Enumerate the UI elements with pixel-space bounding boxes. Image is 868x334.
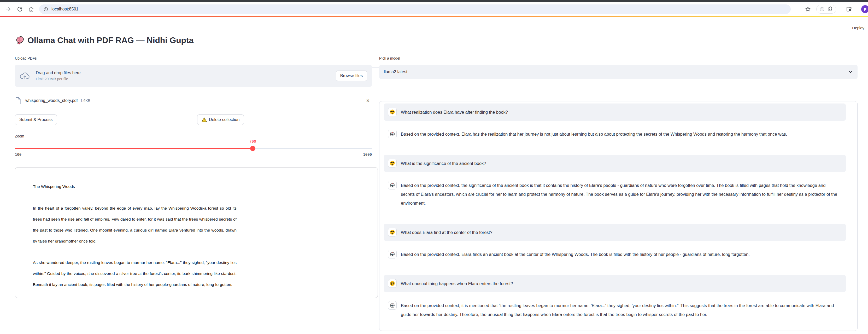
remove-file-button[interactable]: ✕ — [366, 98, 370, 104]
robot-icon — [390, 131, 395, 137]
browser-profile-avatar[interactable]: P — [861, 5, 868, 13]
chat-message-user: What realization does Elara have after f… — [384, 104, 846, 121]
slider-fill — [15, 148, 253, 149]
cloud-upload-icon — [20, 71, 30, 80]
chat-message-text: Based on the provided context, Elara fin… — [401, 250, 750, 259]
chat-avatar — [388, 279, 397, 288]
chat-avatar — [388, 301, 397, 310]
model-select[interactable]: llama2:latest — [379, 65, 858, 79]
toolbar-separator — [841, 6, 841, 12]
chat-message-user: What does Elara find at the center of th… — [384, 224, 846, 241]
streamlit-app: Deploy Ollama Chat with PDF RAG — Nidhi … — [0, 17, 868, 334]
side-panel-search-icon[interactable] — [846, 6, 852, 12]
pdf-paragraph: In the heart of a forgotten valley, beyo… — [33, 203, 237, 247]
window-top-edge — [0, 0, 868, 2]
chat-avatar — [388, 108, 397, 116]
file-icon — [15, 97, 21, 105]
sunglasses-face-icon — [390, 161, 395, 166]
pdf-paragraph: As she wandered deeper, the rustling lea… — [33, 257, 237, 290]
upload-pdfs-label: Upload PDFs — [15, 56, 372, 60]
address-bar[interactable]: localhost:8501 — [39, 4, 791, 14]
browser-toolbar: localhost:8501 P — [0, 2, 868, 16]
url-text: localhost:8501 — [52, 7, 78, 11]
dropzone-text: Drag and drop files here Limit 200MB per… — [36, 71, 81, 81]
deploy-button[interactable]: Deploy — [852, 26, 864, 30]
sunglasses-face-icon — [390, 281, 395, 286]
browse-files-button[interactable]: Browse files — [336, 71, 367, 81]
brain-icon — [15, 36, 24, 45]
chat-message-list: What realization does Elara have after f… — [384, 104, 853, 319]
chat-message-text: Based on the provided context, Elara has… — [401, 130, 787, 139]
chevron-down-icon — [848, 69, 853, 74]
forward-icon[interactable] — [5, 6, 11, 12]
chat-avatar — [388, 130, 397, 138]
pdf-page: The Whispering Woods In the heart of a f… — [15, 168, 240, 290]
chat-message-assistant: Based on the provided context, Elara fin… — [384, 250, 853, 259]
site-info-icon[interactable] — [43, 7, 48, 12]
chat-message-user: What unusual thing happens when Elara en… — [384, 275, 846, 292]
bookmark-star-icon[interactable] — [805, 6, 811, 12]
pdf-paragraphs: In the heart of a forgotten valley, beyo… — [33, 203, 240, 290]
chat-message-text: Based on the provided context, it is men… — [401, 301, 840, 319]
title-row: Ollama Chat with PDF RAG — Nidhi Gupta — [15, 35, 193, 45]
file-dropzone[interactable]: Drag and drop files here Limit 200MB per… — [15, 65, 372, 87]
chat-avatar — [388, 228, 397, 236]
submit-process-button[interactable]: Submit & Process — [15, 114, 57, 125]
sunglasses-face-icon — [390, 109, 395, 115]
file-size: 1.6KB — [81, 99, 90, 103]
dropzone-title: Drag and drop files here — [36, 71, 81, 75]
chat-history[interactable]: What realization does Elara have after f… — [379, 101, 858, 331]
slider-min-label: 100 — [15, 152, 22, 157]
file-name: whispering_woods_story.pdf — [25, 98, 78, 103]
chat-message-text: What does Elara find at the center of th… — [401, 228, 492, 237]
chat-message-text: What realization does Elara have after f… — [401, 108, 508, 116]
dropzone-hint: Limit 200MB per file — [36, 77, 81, 81]
zoom-label: Zoom — [15, 134, 24, 138]
toolbar-right: P — [797, 2, 868, 16]
warning-icon — [202, 117, 207, 122]
pick-model-label: Pick a model — [379, 56, 858, 60]
chat-message-assistant: Based on the provided context, Elara has… — [384, 130, 853, 139]
slider-max-label: 1000 — [363, 152, 372, 157]
robot-icon — [390, 303, 395, 308]
delete-collection-button[interactable]: Delete collection — [197, 114, 244, 125]
chat-message-text: What unusual thing happens when Elara en… — [401, 279, 513, 288]
chat-message-text: Based on the provided context, the signi… — [401, 181, 840, 207]
right-column: Pick a model llama2:latest — [379, 56, 858, 60]
page-title: Ollama Chat with PDF RAG — Nidhi Gupta — [27, 35, 193, 45]
robot-icon — [390, 251, 395, 257]
chat-message-assistant: Based on the provided context, the signi… — [384, 181, 853, 207]
extensions-puzzle-icon[interactable] — [828, 6, 833, 12]
pdf-preview[interactable]: The Whispering Woods In the heart of a f… — [15, 167, 378, 298]
extensions-capsule — [816, 5, 836, 13]
delete-collection-label: Delete collection — [209, 117, 240, 122]
left-column: Upload PDFs Drag and drop files here Lim… — [15, 56, 372, 60]
chat-message-user: What is the significance of the ancient … — [384, 155, 846, 172]
home-icon[interactable] — [28, 6, 34, 12]
orbit-icon[interactable] — [819, 6, 825, 12]
pdf-title: The Whispering Woods — [33, 181, 240, 192]
robot-icon — [390, 183, 395, 188]
model-select-value: llama2:latest — [384, 69, 407, 74]
slider-thumb[interactable] — [250, 146, 255, 151]
reload-icon[interactable] — [17, 6, 23, 12]
chat-avatar — [388, 159, 397, 168]
chat-message-text: What is the significance of the ancient … — [401, 159, 486, 168]
uploaded-file-row: whispering_woods_story.pdf 1.6KB ✕ — [15, 95, 372, 106]
slider-value: 700 — [248, 139, 258, 143]
chat-message-assistant: Based on the provided context, it is men… — [384, 301, 853, 319]
sunglasses-face-icon — [390, 229, 395, 235]
chat-avatar — [388, 181, 397, 190]
chat-avatar — [388, 250, 397, 258]
screen: localhost:8501 P Deploy Ollama Chat with… — [0, 0, 868, 334]
